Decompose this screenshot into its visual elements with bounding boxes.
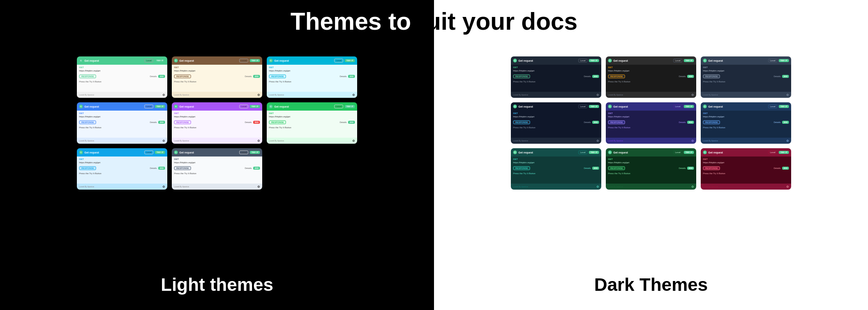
details-link[interactable]: Details	[584, 167, 591, 169]
level-badge: Level	[578, 150, 587, 154]
card-footer: Lovett By Apexive ⚙	[606, 184, 696, 190]
gear-icon[interactable]: ⚙	[786, 93, 789, 97]
card-footer: Lovett By Apexive ⚙	[267, 138, 357, 144]
details-link[interactable]: Details	[245, 121, 252, 123]
response-row: RESPONSE Details 200	[608, 166, 694, 170]
gear-icon[interactable]: ⚙	[352, 93, 355, 97]
details-link[interactable]: Details	[584, 121, 591, 123]
gear-icon[interactable]: ⚙	[596, 93, 599, 97]
header-right: Level TRY IT	[239, 59, 260, 62]
details-link[interactable]: Details	[245, 75, 252, 78]
press-text: Press the Try It Button	[174, 126, 260, 129]
method-label: GET	[608, 158, 694, 160]
card-body: GET https://httpbin.org/get RESPONSE Det…	[77, 65, 167, 92]
gear-icon[interactable]: ⚙	[162, 185, 165, 188]
gear-icon[interactable]: ⚙	[786, 185, 789, 188]
header-left: G Get request	[703, 150, 723, 154]
gear-icon[interactable]: ⚙	[257, 139, 260, 143]
gear-icon[interactable]: ⚙	[691, 185, 694, 188]
details-link[interactable]: Details	[774, 75, 781, 78]
details-link[interactable]: Details	[774, 167, 781, 169]
details-link[interactable]: Details	[584, 75, 591, 78]
gear-icon[interactable]: ⚙	[257, 185, 260, 188]
gear-icon[interactable]: ⚙	[257, 93, 260, 97]
try-button[interactable]: TRY IT	[250, 59, 260, 62]
gear-icon[interactable]: ⚙	[691, 93, 694, 97]
try-button[interactable]: TRY IT	[779, 59, 789, 62]
gear-icon[interactable]: ⚙	[691, 139, 694, 143]
gear-icon[interactable]: ⚙	[162, 93, 165, 97]
light-card-1: G Get request Level TRY IT GET https://h…	[77, 56, 167, 98]
header-right: Level TRY IT	[334, 59, 355, 62]
header-left: G Get request	[513, 105, 533, 108]
header-left: G Get request	[79, 59, 99, 62]
response-row: RESPONSE Details 200	[174, 166, 260, 170]
try-button[interactable]: TRY IT	[779, 105, 789, 108]
header-right: Level TRY IT	[673, 150, 694, 154]
card-footer: Lovett By Apexive ⚙	[77, 184, 167, 190]
card-title: Get request	[84, 105, 99, 108]
details-link[interactable]: Details	[245, 167, 252, 169]
header-left: G Get request	[79, 105, 99, 108]
details-link[interactable]: Details	[679, 75, 686, 78]
method-label: GET	[174, 158, 260, 160]
card-header: G Get request Level TRY IT	[606, 148, 696, 157]
card-footer: Lovett By Apexive ⚙	[701, 92, 791, 98]
try-button[interactable]: TRY IT	[155, 105, 165, 108]
card-body: GET https://httpbin.org/get RESPONSE Det…	[606, 65, 696, 92]
try-button[interactable]: TRY IT	[250, 105, 260, 108]
try-button[interactable]: TRY IT	[589, 105, 599, 108]
details-link[interactable]: Details	[679, 167, 686, 169]
try-button[interactable]: TRY IT	[155, 151, 165, 154]
try-button[interactable]: TRY IT	[345, 105, 355, 108]
try-button[interactable]: TRY IT	[155, 59, 165, 62]
details-link[interactable]: Details	[679, 121, 686, 123]
card-header: G Get request Level TRY IT	[511, 148, 601, 157]
press-text: Press the Try It Button	[174, 81, 260, 83]
card-title: Get request	[518, 105, 533, 108]
try-button[interactable]: TRY IT	[684, 105, 694, 108]
level-badge: Level	[239, 150, 248, 154]
press-text: Press the Try It Button	[608, 172, 694, 175]
card-body: GET https://httpbin.org/get RESPONSE Det…	[606, 111, 696, 138]
status-code: 200	[158, 75, 165, 78]
footer-text: Lovett By Apexive	[174, 185, 189, 188]
details-link[interactable]: Details	[340, 121, 347, 123]
get-dot: G	[608, 150, 612, 154]
card-title: Get request	[84, 151, 99, 154]
response-badge: RESPONSE	[269, 74, 286, 78]
details-link[interactable]: Details	[340, 75, 347, 78]
gear-icon[interactable]: ⚙	[352, 139, 355, 143]
dark-card-7: G Get request Level TRY IT GET https://h…	[511, 148, 601, 190]
light-card-4: G Get request Level TRY IT GET https://h…	[77, 102, 167, 144]
response-row: RESPONSE Details 200	[608, 74, 694, 78]
method-label: GET	[79, 158, 165, 160]
press-text: Press the Try It Button	[703, 126, 789, 129]
details-link[interactable]: Details	[150, 75, 157, 78]
try-button[interactable]: TRY IT	[345, 59, 355, 62]
level-badge: Level	[334, 105, 343, 108]
response-badge: RESPONSE	[174, 120, 191, 124]
try-button[interactable]: TRY IT	[589, 59, 599, 62]
try-button[interactable]: TRY IT	[684, 59, 694, 62]
response-badge: RESPONSE	[269, 120, 286, 124]
try-button[interactable]: TRY IT	[779, 151, 789, 154]
details-link[interactable]: Details	[150, 121, 157, 123]
response-row: RESPONSE Details 200	[608, 120, 694, 124]
try-button[interactable]: TRY IT	[589, 151, 599, 154]
gear-icon[interactable]: ⚙	[786, 139, 789, 143]
press-text: Press the Try It Button	[79, 81, 165, 83]
url-line: https://httpbin.org/get	[174, 115, 260, 118]
light-row-1: G Get request Level TRY IT GET https://h…	[77, 56, 357, 98]
gear-icon[interactable]: ⚙	[596, 185, 599, 188]
gear-icon[interactable]: ⚙	[162, 139, 165, 143]
dark-card-4: G Get request Level TRY IT GET https://h…	[511, 102, 601, 144]
details-link[interactable]: Details	[774, 121, 781, 123]
card-header: G Get request Level TRY IT	[77, 148, 167, 157]
details-link[interactable]: Details	[150, 167, 157, 169]
gear-icon[interactable]: ⚙	[596, 139, 599, 143]
url-line: https://httpbin.org/get	[608, 70, 694, 72]
try-button[interactable]: TRY IT	[684, 151, 694, 154]
card-header: G Get request Level TRY IT	[267, 102, 357, 111]
try-button[interactable]: TRY IT	[250, 151, 260, 154]
